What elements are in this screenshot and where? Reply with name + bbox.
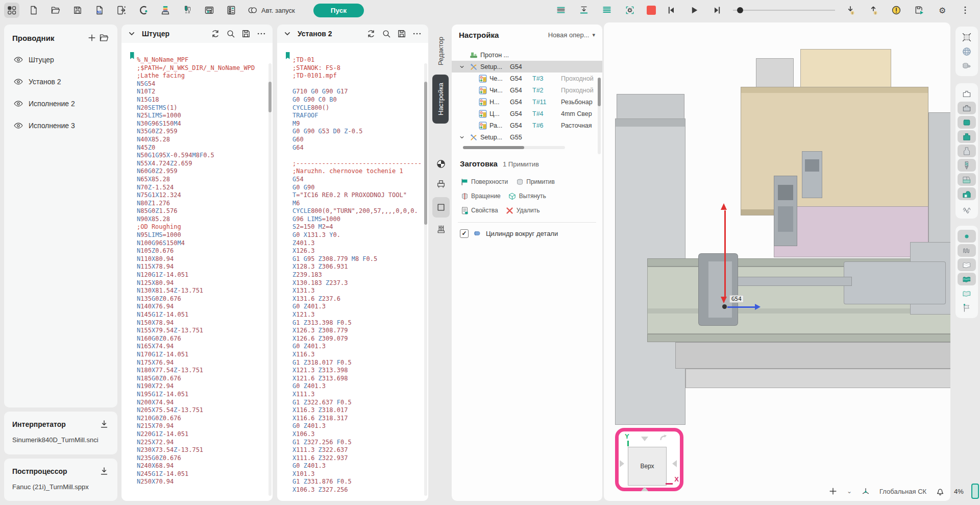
save-icon[interactable] <box>70 3 85 18</box>
tree-row-setup[interactable]: Setup...G55 <box>452 131 602 143</box>
start-button[interactable]: Пуск <box>313 4 364 17</box>
fixture-teal-icon[interactable] <box>958 130 976 143</box>
warning-icon[interactable] <box>889 3 904 18</box>
primitive-button[interactable]: Примитив <box>515 177 555 186</box>
chev-down-icon[interactable] <box>127 29 137 39</box>
explorer-item[interactable]: Штуцер <box>12 54 110 66</box>
machine-head-icon[interactable] <box>958 173 976 186</box>
tree-row-op[interactable]: GЧи...G54T#2Проходной <box>452 84 602 96</box>
save-icon[interactable] <box>241 29 251 39</box>
tree-row-machine[interactable]: Протон ... <box>452 49 602 61</box>
tree-row-op[interactable]: GЧе...G54T#3Проходной <box>452 73 602 84</box>
all-lines-icon[interactable] <box>599 3 615 18</box>
eye-icon[interactable] <box>12 76 24 88</box>
program-list-icon[interactable] <box>224 3 239 18</box>
gcode-editor[interactable]: %_N_NoName_MPF;$PATH=/_N_WKS_DIR/_N_NoNa… <box>121 43 273 501</box>
machining-stack-icon[interactable] <box>158 3 173 18</box>
scrollbar[interactable] <box>424 63 427 496</box>
save-icon[interactable] <box>397 29 407 39</box>
curve-gray-icon[interactable] <box>958 244 976 257</box>
download-icon[interactable] <box>98 465 110 477</box>
rotate-right-arrow[interactable] <box>669 460 677 467</box>
bell-icon[interactable] <box>934 485 946 497</box>
search-icon[interactable] <box>381 29 391 39</box>
download-icon[interactable] <box>98 418 110 430</box>
sim-lines-icon[interactable] <box>553 3 569 18</box>
chevron-down-icon[interactable]: ⌄ <box>847 488 852 495</box>
tools-pair-icon[interactable] <box>180 3 195 18</box>
tab-settings[interactable]: Настройка <box>432 75 449 124</box>
stock-teal-icon[interactable] <box>958 116 976 129</box>
explorer-item[interactable]: Исполнение 2 <box>12 98 110 110</box>
apps-grid-icon[interactable] <box>4 3 19 18</box>
part-outline-icon[interactable] <box>958 87 976 100</box>
refresh-icon[interactable] <box>210 29 220 39</box>
stock-cylinder-icon[interactable] <box>958 59 976 72</box>
rotate-left-arrow[interactable] <box>620 460 628 467</box>
view-cube-face-top[interactable]: Верх <box>628 447 667 486</box>
tree-horizontal-scrollbar[interactable] <box>463 146 565 149</box>
machine-icon-icon[interactable] <box>958 187 976 200</box>
delete-button[interactable]: Удалить <box>505 206 540 215</box>
auto-run-toggle[interactable]: Авт. запуск <box>247 4 295 16</box>
wireframe-sphere-icon[interactable] <box>958 45 976 58</box>
part-shaded-icon[interactable] <box>958 102 976 114</box>
rotate-cw-icon[interactable] <box>657 432 670 445</box>
machine-3d-view[interactable]: G54 Y Верх X <box>604 22 950 501</box>
center-mass-icon[interactable] <box>432 156 450 172</box>
view-cube-widget[interactable]: Y Верх X <box>615 428 683 491</box>
fit-view-icon[interactable] <box>958 31 976 43</box>
add-icon[interactable] <box>86 32 98 44</box>
new-operation-dropdown[interactable]: Новая опер... ▾ <box>548 31 595 39</box>
tree-row-op[interactable]: GРа...G54T#6Расточная <box>452 119 602 131</box>
more-h-icon[interactable] <box>412 29 422 39</box>
control-panel-icon[interactable] <box>202 3 217 18</box>
add-icon[interactable] <box>827 485 839 497</box>
eye-icon[interactable] <box>12 98 24 110</box>
kebab-icon[interactable] <box>958 3 973 18</box>
magnet-run-icon[interactable] <box>136 3 151 18</box>
save-run-icon[interactable] <box>912 3 927 18</box>
surface-ghost-icon[interactable] <box>958 287 976 300</box>
search-icon[interactable] <box>226 29 236 39</box>
stock-box-icon[interactable] <box>432 197 450 218</box>
checkbox-checked[interactable]: ✓ <box>460 229 469 238</box>
rotation-button[interactable]: Вращение <box>460 191 501 201</box>
export-program-icon[interactable] <box>114 3 129 18</box>
explorer-item[interactable]: Исполнение 3 <box>12 119 110 132</box>
tree-row-op[interactable]: GЦ...G54T#44mm Свер <box>452 108 602 119</box>
coordinate-system-icon[interactable] <box>860 485 872 497</box>
chev-down-icon[interactable] <box>282 29 292 39</box>
properties-button[interactable]: Свойства <box>460 206 498 215</box>
rotate-down-arrow[interactable] <box>641 483 648 491</box>
goto-line-icon[interactable] <box>576 3 592 18</box>
stock-item-row[interactable]: ✓ Цилиндр вокруг детали <box>460 229 594 238</box>
tab-editor[interactable]: Редактор <box>432 32 449 70</box>
clamp-icon[interactable] <box>432 222 450 237</box>
tree-row-setup[interactable]: Setup...G54 <box>452 61 602 73</box>
holder-gray-icon[interactable] <box>958 145 976 157</box>
machine-table-icon[interactable] <box>432 177 450 192</box>
play-icon[interactable] <box>687 3 702 18</box>
eye-icon[interactable] <box>12 119 24 132</box>
point-teal-icon[interactable] <box>958 230 976 243</box>
stop-button[interactable] <box>647 6 656 15</box>
coordinate-system-label[interactable]: Глобальная СК <box>879 488 926 495</box>
settings-gear-icon[interactable]: ⚙ <box>935 3 950 18</box>
sim-settings-icon[interactable] <box>622 3 638 18</box>
upload-note-icon[interactable]: ! <box>866 3 881 18</box>
surface-wire-icon[interactable] <box>958 258 976 271</box>
gcode-editor[interactable]: ;TD-01;STANOK: FS-8;TD-0101.mpf G710 G0 … <box>277 43 428 501</box>
rotate-up-arrow[interactable] <box>641 437 648 445</box>
surfaces-button[interactable]: Поверхности <box>460 177 508 186</box>
new-file-icon[interactable] <box>26 3 41 18</box>
scrollbar[interactable] <box>268 63 272 496</box>
surface-teal-icon[interactable] <box>958 273 976 285</box>
skip-back-icon[interactable] <box>664 3 679 18</box>
hatch-icon[interactable] <box>958 202 976 214</box>
skip-fwd-icon[interactable] <box>709 3 725 18</box>
download-note-icon[interactable]: ! <box>843 3 858 18</box>
flag-point-icon[interactable] <box>958 301 976 314</box>
more-h-icon[interactable] <box>256 29 266 39</box>
open-folder-icon[interactable] <box>48 3 63 18</box>
